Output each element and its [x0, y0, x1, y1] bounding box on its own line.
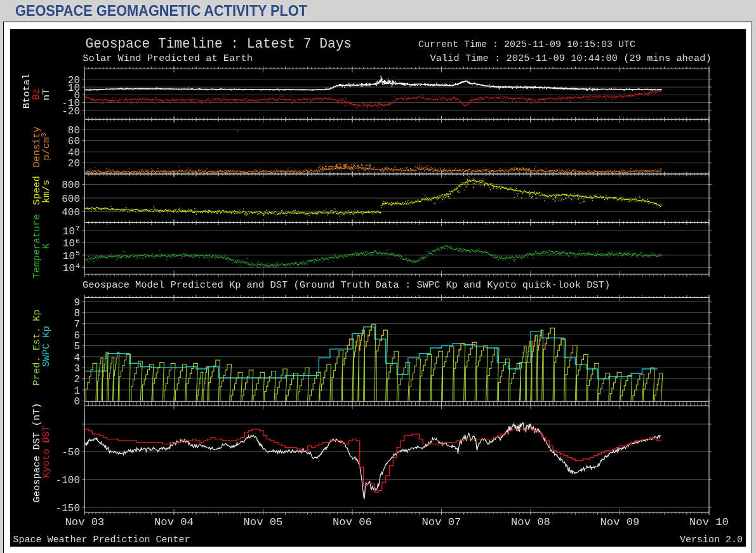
svg-text:-20: -20: [62, 105, 80, 117]
svg-text:60: 60: [67, 136, 79, 147]
svg-text:6: 6: [74, 330, 80, 341]
svg-text:3: 3: [74, 363, 80, 375]
svg-text:9: 9: [74, 296, 80, 308]
svg-text:2: 2: [74, 374, 80, 385]
svg-text:4: 4: [74, 352, 80, 363]
svg-text:Valid Time : 2025-11-09 10:44:: Valid Time : 2025-11-09 10:44:00 (29 min…: [418, 53, 712, 64]
svg-text:6: 6: [76, 236, 80, 244]
svg-text:Version 2.0: Version 2.0: [679, 535, 742, 545]
svg-text:Solar Wind Predicted at Earth: Solar Wind Predicted at Earth: [83, 53, 253, 64]
svg-text:Nov 07: Nov 07: [421, 516, 461, 528]
svg-text:nT: nT: [41, 88, 52, 100]
svg-text:1: 1: [74, 385, 80, 396]
svg-text:Space Weather Prediction Cente: Space Weather Prediction Center: [13, 535, 190, 545]
svg-text:-150: -150: [55, 502, 79, 514]
svg-text:8: 8: [74, 308, 80, 319]
svg-text:10: 10: [62, 238, 74, 250]
svg-text:Current Time : 2025-11-09 10:1: Current Time : 2025-11-09 10:15:03 UTC: [418, 39, 635, 50]
svg-text:7: 7: [76, 224, 80, 232]
svg-text:80: 80: [67, 124, 79, 136]
svg-text:4: 4: [76, 261, 80, 269]
svg-text:-100: -100: [55, 475, 79, 486]
svg-text:10: 10: [62, 250, 74, 262]
svg-text:Geospace Timeline : Latest 7 D: Geospace Timeline : Latest 7 Days: [85, 36, 352, 51]
svg-text:SWPC Kp: SWPC Kp: [41, 326, 52, 367]
svg-text:Geospace Model Predicted Kp an: Geospace Model Predicted Kp and DST (Gro…: [83, 279, 610, 290]
svg-text:5: 5: [74, 341, 80, 352]
svg-text:800: 800: [62, 180, 80, 191]
svg-text:Nov 10: Nov 10: [689, 516, 729, 528]
svg-text:Nov 06: Nov 06: [333, 516, 372, 528]
svg-text:km/s: km/s: [41, 180, 52, 203]
svg-text:Nov 03: Nov 03: [65, 516, 104, 528]
svg-text:Nov 05: Nov 05: [243, 516, 282, 528]
svg-text:Nov 04: Nov 04: [154, 516, 194, 528]
svg-text:0: 0: [74, 396, 80, 408]
svg-text:5: 5: [76, 249, 80, 257]
svg-text:400: 400: [62, 207, 80, 218]
svg-text:Kyoto DST: Kyoto DST: [41, 425, 52, 477]
svg-text:K: K: [41, 243, 52, 249]
svg-text:Nov 09: Nov 09: [600, 516, 639, 528]
svg-text:10: 10: [62, 225, 74, 237]
svg-text:40: 40: [67, 147, 79, 158]
svg-text:20: 20: [67, 158, 79, 170]
svg-text:-50: -50: [62, 447, 80, 458]
svg-text:7: 7: [74, 319, 80, 330]
svg-text:600: 600: [62, 193, 80, 204]
svg-text:Nov 08: Nov 08: [511, 516, 550, 528]
svg-text:10: 10: [62, 263, 74, 274]
